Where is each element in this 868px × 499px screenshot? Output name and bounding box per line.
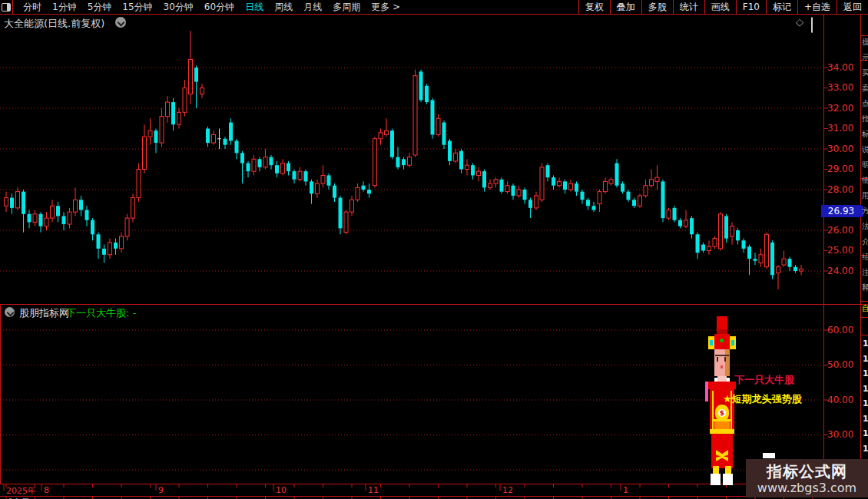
month-label: 11 [368,485,379,495]
clipped-strip-char: 绍 [862,253,868,262]
price-label: 26.00 [827,225,861,236]
clipped-strip-char: 注 [862,268,868,277]
indicator-value-label: 60.00 [827,325,861,336]
figure-fragment [763,453,775,458]
clipped-digit: 1 [863,354,868,364]
watermark-box: 指标公式网 www.zbgs3.com [746,459,868,497]
indicator-value-label: 40.00 [827,395,861,406]
clipped-strip-char: 卖 [862,84,868,93]
clipped-strip-char: 介 [862,237,868,246]
indicator-value-label: 30.00 [827,429,861,441]
month-label: 2025年 [6,485,36,497]
figure-nose [721,365,723,368]
signal-text-red: 下一只大牛股 [734,373,794,387]
clipped-strip-char: 用 [862,191,868,200]
time-axis: 2025年891011121 [0,484,868,496]
clipped-strip-char: 买 [862,68,868,78]
strip-divider [861,317,868,318]
timeline-bottom-border [0,496,868,497]
month-label: 9 [158,485,164,495]
axis-separator-line [823,15,824,497]
figure-pedestal [714,421,730,429]
collapsed-side-panel[interactable]: 提示买卖点指标说明使用方法介绍注释自11111111 [861,15,868,499]
clipped-strip-char: 明 [862,160,868,170]
pane-left-border [0,305,1,484]
clipped-strip-char: 标 [862,130,868,139]
watermark-url: www.zbgs3.com [757,481,856,495]
figure-eye [717,357,718,362]
clipped-strip-char-yellow: 自 [862,304,868,313]
clipped-strip-char: 点 [862,99,868,108]
figure-boot [711,474,721,485]
month-label: 8 [44,485,49,495]
indicator-value-label: 50.00 [827,359,861,371]
clipped-strip-char: 法 [862,222,868,231]
figure-shoulders [708,382,736,389]
clipped-digit: 1 [863,339,868,349]
clipped-digit: 1 [863,444,868,454]
figure-hat-dot [720,339,724,342]
strip-divider [861,335,868,335]
price-label: 25.00 [827,245,861,256]
clipped-strip-char: 示 [862,53,868,62]
indicator-signal-label: 下一只大牛股: - [66,306,136,320]
watermark-title: 指标公式网 [767,462,847,481]
month-label: 1 [623,485,628,495]
price-label: 30.00 [827,144,861,155]
clipped-strip-char: 说 [862,145,868,154]
clipped-strip-char: 指 [862,114,868,124]
signal-text-yellow: ★短期龙头强势股 [723,392,802,406]
strip-divider [861,301,868,302]
clipped-digit: 1 [863,384,868,394]
strip-divider [861,35,868,36]
clipped-strip-char: 使 [862,176,868,185]
chevron-down-icon[interactable] [5,307,15,317]
figure-eye [724,357,726,362]
trading-terminal: 分时1分钟5分钟15分钟30分钟60分钟日线周线月线多周期更多 > 复权叠加多股… [0,0,868,499]
price-label: 24.00 [827,266,861,277]
price-label: 29.00 [827,164,861,175]
price-label: 34.00 [827,62,861,74]
clipped-digit: 1 [863,428,868,438]
figure-skirt [711,434,733,468]
price-label: 28.00 [827,184,861,196]
price-label: 32.00 [827,103,861,114]
indicator-source-label: 股朋指标网 [19,306,69,320]
figure-hat-flap-inner [731,340,734,345]
figure-hat-flap-inner [710,340,713,345]
clipped-digit: 1 [863,368,868,378]
figure-brow [715,355,729,356]
pane-divider-top [0,304,868,305]
clipped-strip-char: 释 [862,283,868,292]
clipped-strip-char: 提 [862,38,868,47]
figure-robe-trim [712,391,714,431]
last-price-marker: 26.93 [821,205,861,217]
month-label: 10 [276,485,287,495]
month-label: 12 [502,485,513,495]
money-bag-coin: $ [718,409,726,417]
figure-cheek [725,349,730,376]
clipped-digit: 1 [863,398,868,408]
clipped-strip-char: 方 [862,207,868,216]
figure-boot [723,474,733,485]
price-label: 33.00 [827,82,861,94]
price-label: 31.00 [827,123,861,134]
clipped-digit: 1 [863,414,868,424]
